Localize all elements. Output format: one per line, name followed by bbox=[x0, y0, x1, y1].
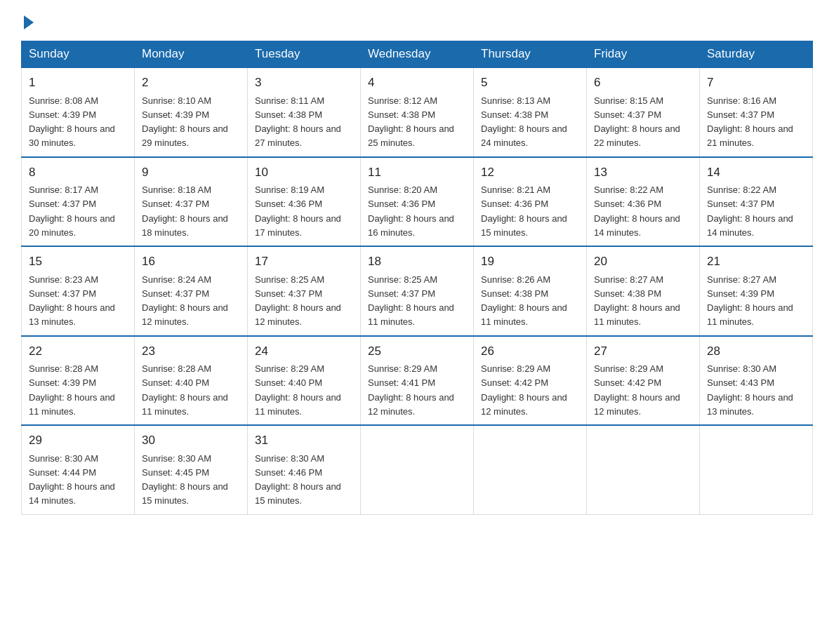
day-cell: 22 Sunrise: 8:28 AMSunset: 4:39 PMDaylig… bbox=[22, 336, 135, 426]
day-info: Sunrise: 8:13 AMSunset: 4:38 PMDaylight:… bbox=[481, 95, 567, 149]
day-number: 13 bbox=[594, 163, 692, 182]
day-number: 30 bbox=[142, 431, 240, 450]
day-cell: 29 Sunrise: 8:30 AMSunset: 4:44 PMDaylig… bbox=[22, 425, 135, 514]
day-number: 22 bbox=[29, 342, 127, 361]
page-header bbox=[21, 14, 813, 27]
day-cell: 24 Sunrise: 8:29 AMSunset: 4:40 PMDaylig… bbox=[248, 336, 361, 426]
day-number: 6 bbox=[594, 74, 692, 92]
logo-triangle-icon bbox=[24, 15, 34, 29]
day-info: Sunrise: 8:30 AMSunset: 4:43 PMDaylight:… bbox=[707, 363, 793, 417]
day-info: Sunrise: 8:11 AMSunset: 4:38 PMDaylight:… bbox=[255, 95, 341, 149]
day-cell: 8 Sunrise: 8:17 AMSunset: 4:37 PMDayligh… bbox=[22, 157, 135, 247]
day-number: 25 bbox=[368, 342, 466, 361]
day-info: Sunrise: 8:19 AMSunset: 4:36 PMDaylight:… bbox=[255, 185, 341, 238]
day-info: Sunrise: 8:15 AMSunset: 4:37 PMDaylight:… bbox=[594, 95, 680, 149]
day-number: 26 bbox=[481, 342, 579, 361]
day-cell: 4 Sunrise: 8:12 AMSunset: 4:38 PMDayligh… bbox=[361, 67, 474, 157]
week-row-2: 8 Sunrise: 8:17 AMSunset: 4:37 PMDayligh… bbox=[22, 157, 813, 247]
day-cell: 6 Sunrise: 8:15 AMSunset: 4:37 PMDayligh… bbox=[587, 67, 700, 157]
day-cell: 19 Sunrise: 8:26 AMSunset: 4:38 PMDaylig… bbox=[474, 246, 587, 336]
week-row-1: 1 Sunrise: 8:08 AMSunset: 4:39 PMDayligh… bbox=[22, 67, 813, 157]
header-sunday: Sunday bbox=[22, 41, 135, 68]
day-info: Sunrise: 8:20 AMSunset: 4:36 PMDaylight:… bbox=[368, 185, 454, 238]
day-number: 7 bbox=[707, 74, 805, 92]
day-cell: 7 Sunrise: 8:16 AMSunset: 4:37 PMDayligh… bbox=[700, 67, 813, 157]
day-cell bbox=[474, 425, 587, 514]
day-cell bbox=[587, 425, 700, 514]
day-info: Sunrise: 8:25 AMSunset: 4:37 PMDaylight:… bbox=[255, 274, 341, 328]
day-cell bbox=[700, 425, 813, 514]
day-cell: 5 Sunrise: 8:13 AMSunset: 4:38 PMDayligh… bbox=[474, 67, 587, 157]
day-info: Sunrise: 8:29 AMSunset: 4:42 PMDaylight:… bbox=[481, 363, 567, 417]
day-cell: 28 Sunrise: 8:30 AMSunset: 4:43 PMDaylig… bbox=[700, 336, 813, 426]
day-info: Sunrise: 8:16 AMSunset: 4:37 PMDaylight:… bbox=[707, 95, 793, 149]
day-number: 2 bbox=[142, 74, 240, 92]
day-number: 18 bbox=[368, 253, 466, 271]
day-info: Sunrise: 8:27 AMSunset: 4:38 PMDaylight:… bbox=[594, 274, 680, 328]
header-thursday: Thursday bbox=[474, 41, 587, 68]
day-cell: 3 Sunrise: 8:11 AMSunset: 4:38 PMDayligh… bbox=[248, 67, 361, 157]
day-cell: 23 Sunrise: 8:28 AMSunset: 4:40 PMDaylig… bbox=[135, 336, 248, 426]
day-info: Sunrise: 8:23 AMSunset: 4:37 PMDaylight:… bbox=[29, 274, 115, 328]
day-info: Sunrise: 8:29 AMSunset: 4:42 PMDaylight:… bbox=[594, 363, 680, 417]
day-info: Sunrise: 8:28 AMSunset: 4:40 PMDaylight:… bbox=[142, 363, 228, 417]
day-info: Sunrise: 8:30 AMSunset: 4:44 PMDaylight:… bbox=[29, 453, 115, 507]
day-info: Sunrise: 8:27 AMSunset: 4:39 PMDaylight:… bbox=[707, 274, 793, 328]
day-cell: 25 Sunrise: 8:29 AMSunset: 4:41 PMDaylig… bbox=[361, 336, 474, 426]
day-cell: 13 Sunrise: 8:22 AMSunset: 4:36 PMDaylig… bbox=[587, 157, 700, 247]
header-monday: Monday bbox=[135, 41, 248, 68]
day-number: 28 bbox=[707, 342, 805, 361]
week-row-5: 29 Sunrise: 8:30 AMSunset: 4:44 PMDaylig… bbox=[22, 425, 813, 514]
day-cell: 21 Sunrise: 8:27 AMSunset: 4:39 PMDaylig… bbox=[700, 246, 813, 336]
calendar-header-row: SundayMondayTuesdayWednesdayThursdayFrid… bbox=[22, 41, 813, 68]
day-cell: 14 Sunrise: 8:22 AMSunset: 4:37 PMDaylig… bbox=[700, 157, 813, 247]
day-cell: 11 Sunrise: 8:20 AMSunset: 4:36 PMDaylig… bbox=[361, 157, 474, 247]
day-info: Sunrise: 8:30 AMSunset: 4:45 PMDaylight:… bbox=[142, 453, 228, 507]
day-cell bbox=[361, 425, 474, 514]
day-number: 27 bbox=[594, 342, 692, 361]
day-cell: 15 Sunrise: 8:23 AMSunset: 4:37 PMDaylig… bbox=[22, 246, 135, 336]
day-info: Sunrise: 8:17 AMSunset: 4:37 PMDaylight:… bbox=[29, 185, 115, 238]
day-cell: 1 Sunrise: 8:08 AMSunset: 4:39 PMDayligh… bbox=[22, 67, 135, 157]
day-cell: 20 Sunrise: 8:27 AMSunset: 4:38 PMDaylig… bbox=[587, 246, 700, 336]
day-info: Sunrise: 8:28 AMSunset: 4:39 PMDaylight:… bbox=[29, 363, 115, 417]
day-number: 5 bbox=[481, 74, 579, 92]
day-number: 15 bbox=[29, 253, 127, 271]
day-info: Sunrise: 8:25 AMSunset: 4:37 PMDaylight:… bbox=[368, 274, 454, 328]
day-info: Sunrise: 8:29 AMSunset: 4:40 PMDaylight:… bbox=[255, 363, 341, 417]
day-number: 4 bbox=[368, 74, 466, 92]
header-wednesday: Wednesday bbox=[361, 41, 474, 68]
day-number: 24 bbox=[255, 342, 353, 361]
day-cell: 9 Sunrise: 8:18 AMSunset: 4:37 PMDayligh… bbox=[135, 157, 248, 247]
day-number: 9 bbox=[142, 163, 240, 182]
day-info: Sunrise: 8:10 AMSunset: 4:39 PMDaylight:… bbox=[142, 95, 228, 149]
day-cell: 16 Sunrise: 8:24 AMSunset: 4:37 PMDaylig… bbox=[135, 246, 248, 336]
header-saturday: Saturday bbox=[700, 41, 813, 68]
day-number: 14 bbox=[707, 163, 805, 182]
day-info: Sunrise: 8:22 AMSunset: 4:37 PMDaylight:… bbox=[707, 185, 793, 238]
day-info: Sunrise: 8:08 AMSunset: 4:39 PMDaylight:… bbox=[29, 95, 115, 149]
week-row-3: 15 Sunrise: 8:23 AMSunset: 4:37 PMDaylig… bbox=[22, 246, 813, 336]
day-info: Sunrise: 8:30 AMSunset: 4:46 PMDaylight:… bbox=[255, 453, 341, 507]
day-cell: 12 Sunrise: 8:21 AMSunset: 4:36 PMDaylig… bbox=[474, 157, 587, 247]
day-number: 20 bbox=[594, 253, 692, 271]
day-number: 16 bbox=[142, 253, 240, 271]
day-number: 1 bbox=[29, 74, 127, 92]
calendar-table: SundayMondayTuesdayWednesdayThursdayFrid… bbox=[21, 41, 813, 515]
day-cell: 17 Sunrise: 8:25 AMSunset: 4:37 PMDaylig… bbox=[248, 246, 361, 336]
day-info: Sunrise: 8:26 AMSunset: 4:38 PMDaylight:… bbox=[481, 274, 567, 328]
day-number: 31 bbox=[255, 431, 353, 450]
day-number: 3 bbox=[255, 74, 353, 92]
day-info: Sunrise: 8:24 AMSunset: 4:37 PMDaylight:… bbox=[142, 274, 228, 328]
day-number: 29 bbox=[29, 431, 127, 450]
day-cell: 30 Sunrise: 8:30 AMSunset: 4:45 PMDaylig… bbox=[135, 425, 248, 514]
logo bbox=[21, 14, 34, 27]
day-number: 19 bbox=[481, 253, 579, 271]
week-row-4: 22 Sunrise: 8:28 AMSunset: 4:39 PMDaylig… bbox=[22, 336, 813, 426]
day-info: Sunrise: 8:22 AMSunset: 4:36 PMDaylight:… bbox=[594, 185, 680, 238]
header-friday: Friday bbox=[587, 41, 700, 68]
day-cell: 26 Sunrise: 8:29 AMSunset: 4:42 PMDaylig… bbox=[474, 336, 587, 426]
day-cell: 18 Sunrise: 8:25 AMSunset: 4:37 PMDaylig… bbox=[361, 246, 474, 336]
day-cell: 2 Sunrise: 8:10 AMSunset: 4:39 PMDayligh… bbox=[135, 67, 248, 157]
day-cell: 10 Sunrise: 8:19 AMSunset: 4:36 PMDaylig… bbox=[248, 157, 361, 247]
